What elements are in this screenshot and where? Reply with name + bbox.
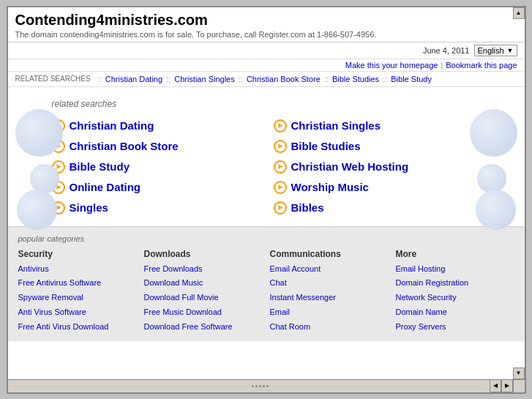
link-free-anti-virus-download[interactable]: Free Anti Virus Download — [18, 320, 137, 335]
language-selector[interactable]: English ▼ — [474, 45, 517, 56]
category-col-security: Security Antivirus Free Antivirus Softwa… — [18, 249, 137, 335]
search-item-1: ➤ Christian Dating — [52, 119, 259, 133]
link-spyware-removal[interactable]: Spyware Removal — [18, 291, 137, 305]
sale-notice: The domain contending4ministries.com is … — [15, 30, 517, 39]
search-link-online-dating[interactable]: Online Dating — [70, 181, 141, 193]
categories-grid: Security Antivirus Free Antivirus Softwa… — [18, 249, 514, 335]
link-free-antivirus-software[interactable]: Free Antivirus Software — [18, 276, 137, 291]
make-homepage-link[interactable]: Make this your homepage — [345, 61, 438, 70]
link-email-hosting[interactable]: Email Hosting — [396, 262, 514, 277]
link-chat[interactable]: Chat — [270, 276, 389, 291]
link-network-security[interactable]: Network Security — [396, 291, 514, 305]
related-nav: RELATED SEARCHES :: Christian Dating :: … — [8, 72, 525, 87]
search-link-bibles[interactable]: Bibles — [291, 201, 324, 214]
search-item-2: ➤ Christian Singles — [274, 119, 481, 133]
nav-link-bible-studies[interactable]: Bible Studies — [332, 75, 379, 83]
scroll-down-button[interactable]: ▼ — [513, 368, 525, 379]
arrow-icon-2: ➤ — [274, 119, 287, 133]
link-download-music[interactable]: Download Music — [144, 276, 263, 291]
nav-sep-1: :: — [97, 75, 102, 83]
search-item-9: ➤ Singles — [52, 201, 259, 215]
related-section-title: related searches — [52, 99, 481, 109]
link-anti-virus-software[interactable]: Anti Virus Software — [18, 305, 137, 320]
separator: | — [441, 61, 443, 70]
arrow-icon-6: ➤ — [274, 160, 287, 174]
search-link-bible-studies[interactable]: Bible Studies — [291, 140, 361, 152]
nav-sep-5: :: — [383, 75, 387, 83]
nav-link-christian-singles[interactable]: Christian Singles — [174, 75, 235, 83]
decorative-circles-right — [466, 102, 517, 234]
popular-title: popular categories — [18, 234, 514, 243]
col-header-security: Security — [18, 249, 137, 259]
date-text: June 4, 2011 — [423, 46, 470, 55]
nav-link-christian-dating[interactable]: Christian Dating — [105, 75, 162, 83]
chevron-down-icon: ▼ — [507, 47, 514, 54]
search-link-christian-book-store[interactable]: Christian Book Store — [70, 140, 179, 152]
arrow-icon-8: ➤ — [274, 181, 287, 194]
related-section: related searches ➤ Christian Dating ➤ Ch… — [8, 87, 525, 223]
link-free-downloads[interactable]: Free Downloads — [144, 262, 263, 277]
search-grid: ➤ Christian Dating ➤ Christian Singles ➤… — [52, 119, 481, 215]
scroll-dots — [252, 385, 269, 387]
search-item-4: ➤ Bible Studies — [274, 140, 481, 153]
link-free-music-download[interactable]: Free Music Download — [144, 305, 263, 320]
link-download-free-software[interactable]: Download Free Software — [144, 320, 263, 335]
search-link-christian-singles[interactable]: Christian Singles — [291, 119, 381, 132]
category-col-communications: Communications Email Account Chat Instan… — [270, 249, 389, 335]
nav-link-bible-study[interactable]: Bible Study — [391, 75, 432, 83]
search-item-8: ➤ Worship Music — [274, 181, 481, 194]
link-antivirus[interactable]: Antivirus — [18, 262, 137, 277]
category-col-downloads: Downloads Free Downloads Download Music … — [144, 249, 263, 335]
scroll-corner — [513, 379, 525, 392]
link-email-account[interactable]: Email Account — [270, 262, 389, 277]
site-title: Contending4ministries.com — [15, 12, 517, 29]
link-chat-room[interactable]: Chat Room — [270, 320, 389, 335]
link-download-full-movie[interactable]: Download Full Movie — [144, 291, 263, 305]
nav-sep-3: :: — [239, 75, 243, 83]
search-link-christian-dating[interactable]: Christian Dating — [70, 119, 154, 132]
search-item-6: ➤ Christian Web Hosting — [274, 160, 481, 174]
col-header-communications: Communications — [270, 249, 389, 259]
col-header-downloads: Downloads — [144, 249, 263, 259]
link-instant-messenger[interactable]: Instant Messenger — [270, 291, 389, 305]
nav-link-christian-book-store[interactable]: Christian Book Store — [247, 75, 321, 83]
search-link-christian-web-hosting[interactable]: Christian Web Hosting — [291, 160, 409, 173]
col-header-more: More — [396, 249, 514, 259]
nav-sep-2: :: — [166, 75, 171, 83]
search-link-bible-study[interactable]: Bible Study — [70, 160, 130, 173]
decorative-circles-left — [15, 102, 67, 234]
scroll-left-button[interactable]: ◀ — [490, 379, 501, 392]
search-link-singles[interactable]: Singles — [70, 201, 108, 214]
bookmark-link[interactable]: Bookmark this page — [446, 61, 517, 70]
search-item-3: ➤ Christian Book Store — [52, 140, 259, 153]
main-content: related searches ➤ Christian Dating ➤ Ch… — [8, 87, 525, 392]
search-item-10: ➤ Bibles — [274, 201, 481, 215]
language-label: English — [478, 46, 504, 55]
link-domain-registration[interactable]: Domain Registration — [396, 276, 514, 291]
category-col-more: More Email Hosting Domain Registration N… — [396, 249, 514, 335]
horizontal-scrollbar[interactable] — [8, 379, 513, 392]
scroll-up-button[interactable]: ▲ — [513, 7, 525, 19]
links-bar: Make this your homepage | Bookmark this … — [8, 59, 525, 72]
link-proxy-servers[interactable]: Proxy Servers — [396, 320, 514, 335]
link-email[interactable]: Email — [270, 305, 389, 320]
arrow-icon-4: ➤ — [274, 140, 287, 153]
search-item-5: ➤ Bible Study — [52, 160, 259, 174]
related-nav-label: RELATED SEARCHES — [15, 75, 91, 83]
popular-section: popular categories Security Antivirus Fr… — [8, 226, 525, 342]
link-domain-name[interactable]: Domain Name — [396, 305, 514, 320]
nav-sep-4: :: — [324, 75, 329, 83]
scroll-right-button[interactable]: ▶ — [501, 379, 513, 392]
arrow-icon-10: ➤ — [274, 201, 287, 215]
search-item-7: ➤ Online Dating — [52, 181, 259, 194]
search-link-worship-music[interactable]: Worship Music — [291, 181, 369, 193]
date-lang-bar: June 4, 2011 English ▼ — [8, 42, 525, 59]
